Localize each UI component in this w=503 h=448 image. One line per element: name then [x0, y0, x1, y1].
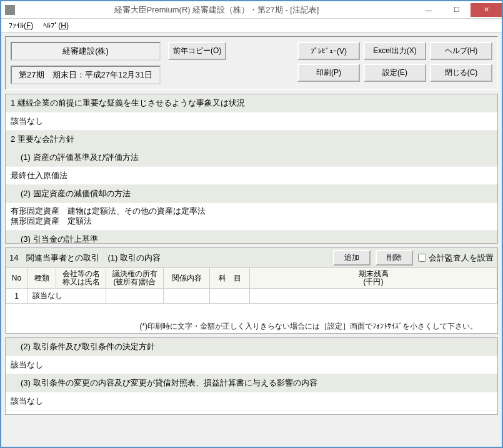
sb-value-3[interactable]: 該当なし — [6, 392, 497, 411]
audit-checkbox-label[interactable]: 会計監査人を設置 — [418, 252, 494, 264]
section14-grid: No 種類 会社等の名称又は氏名 議決権の所有(被所有)割合 関係内容 科 目 … — [6, 267, 497, 304]
s1-value-2-1[interactable]: 最終仕入原価法 — [6, 167, 497, 185]
cell-subject[interactable] — [210, 289, 250, 304]
audit-checkbox[interactable] — [418, 254, 426, 262]
menu-file[interactable]: ﾌｧｲﾙ(F) — [4, 20, 38, 31]
help-button[interactable]: ヘルプ(H) — [430, 42, 492, 60]
info-left: 経審建設(株) 第27期 期末日：平成27年12月31日 — [11, 42, 161, 84]
sb-heading-2: (2) 取引条件及び取引条件の決定方針 — [6, 338, 497, 356]
close-form-button[interactable]: 閉じる(C) — [430, 64, 492, 82]
section14-title: 14 関連当事者との取引 (1) 取引の内容 — [9, 252, 161, 264]
menubar: ﾌｧｲﾙ(F) ﾍﾙﾌﾟ(H) — [1, 19, 502, 32]
add-button[interactable]: 追加 — [333, 250, 371, 266]
maximize-button[interactable]: ☐ — [442, 3, 471, 17]
s1-heading-1: 1 継続企業の前提に重要な疑義を生じさせるような事象又は状況 — [6, 94, 497, 112]
delete-button[interactable]: 削除 — [376, 250, 413, 266]
info-panel: 経審建設(株) 第27期 期末日：平成27年12月31日 前年コピー(O) ﾌﾟ… — [5, 36, 498, 90]
company-box: 経審建設(株) — [11, 42, 161, 61]
period-box: 第27期 期末日：平成27年12月31日 — [11, 66, 161, 84]
col-kind: 種類 — [27, 268, 56, 289]
col-voting: 議決権の所有(被所有)割合 — [106, 268, 164, 289]
menu-help[interactable]: ﾍﾙﾌﾟ(H) — [38, 20, 74, 31]
window-controls: — ☐ ✕ — [414, 3, 502, 17]
sb-heading-3: (3) 取引条件の変更の内容及び変更が貸借対照表、損益計算書に与える影響の内容 — [6, 374, 497, 392]
prev-copy-button[interactable]: 前年コピー(O) — [168, 42, 226, 60]
col-no: No — [6, 268, 27, 289]
excel-button[interactable]: Excel出力(X) — [364, 42, 426, 60]
s1-value-2-2[interactable]: 有形固定資産 建物は定額法、その他の資産は定率法 無形固定資産 定額法 — [6, 203, 497, 231]
cell-no[interactable]: 1 — [6, 289, 27, 304]
button-grid: ﾌﾟﾚﾋﾞｭｰ(V) Excel出力(X) ヘルプ(H) 印刷(P) 設定(E)… — [297, 42, 492, 82]
col-relation: 関係内容 — [164, 268, 210, 289]
col-name: 会社等の名称又は氏名 — [56, 268, 106, 289]
section14-header: 14 関連当事者との取引 (1) 取引の内容 追加 削除 会計監査人を設置 — [6, 248, 497, 267]
section-bottom-scroll[interactable]: (2) 取引条件及び取引条件の決定方針 該当なし (3) 取引条件の変更の内容及… — [5, 337, 498, 415]
s1-sub-2-1: (1) 資産の評価基準及び評価方法 — [6, 149, 497, 167]
s1-value-1[interactable]: 該当なし — [6, 112, 497, 131]
cell-balance[interactable] — [250, 289, 497, 304]
section1-scroll[interactable]: 1 継続企業の前提に重要な疑義を生じさせるような事象又は状況 該当なし 2 重要… — [5, 94, 498, 244]
table-row[interactable]: 1 該当なし — [6, 289, 497, 304]
cell-voting[interactable] — [106, 289, 164, 304]
col-balance: 期末残高 (千円) — [250, 268, 497, 289]
s1-value-2-2a: 有形固定資産 建物は定額法、その他の資産は定率法 — [11, 206, 492, 216]
close-button[interactable]: ✕ — [471, 3, 502, 17]
s1-value-2-2b: 無形固定資産 定額法 — [11, 216, 492, 226]
minimize-button[interactable]: — — [414, 3, 442, 17]
titlebar: 経審大臣Premium(R) 経審建設（株）・第27期 - [注記表] — ☐ … — [1, 1, 502, 19]
sb-value-2[interactable]: 該当なし — [6, 356, 497, 374]
preview-button[interactable]: ﾌﾟﾚﾋﾞｭｰ(V) — [297, 42, 360, 60]
col-subject: 科 目 — [210, 268, 250, 289]
mid-buttons: 前年コピー(O) — [168, 42, 226, 60]
s1-sub-2-3: (3) 引当金の計上基準 — [6, 231, 497, 244]
client-area: 経審建設(株) 第27期 期末日：平成27年12月31日 前年コピー(O) ﾌﾟ… — [1, 32, 502, 447]
app-window: 経審大臣Premium(R) 経審建設（株）・第27期 - [注記表] — ☐ … — [1, 1, 502, 447]
s1-heading-2: 2 重要な会計方針 — [6, 131, 497, 149]
s1-sub-2-2: (2) 固定資産の減価償却の方法 — [6, 185, 497, 203]
app-icon — [5, 5, 15, 15]
print-note: (*)印刷時に文字・金額が正しく入りきらない場合には［設定］画面でﾌｫﾝﾄｻｲｽ… — [6, 319, 487, 333]
cell-text[interactable]: 該当なし — [27, 289, 106, 304]
setting-button[interactable]: 設定(E) — [364, 64, 426, 82]
print-button[interactable]: 印刷(P) — [297, 64, 360, 82]
section14-area: 14 関連当事者との取引 (1) 取引の内容 追加 削除 会計監査人を設置 No — [5, 247, 498, 334]
window-title: 経審大臣Premium(R) 経審建設（株）・第27期 - [注記表] — [19, 4, 414, 16]
cell-relation[interactable] — [164, 289, 210, 304]
